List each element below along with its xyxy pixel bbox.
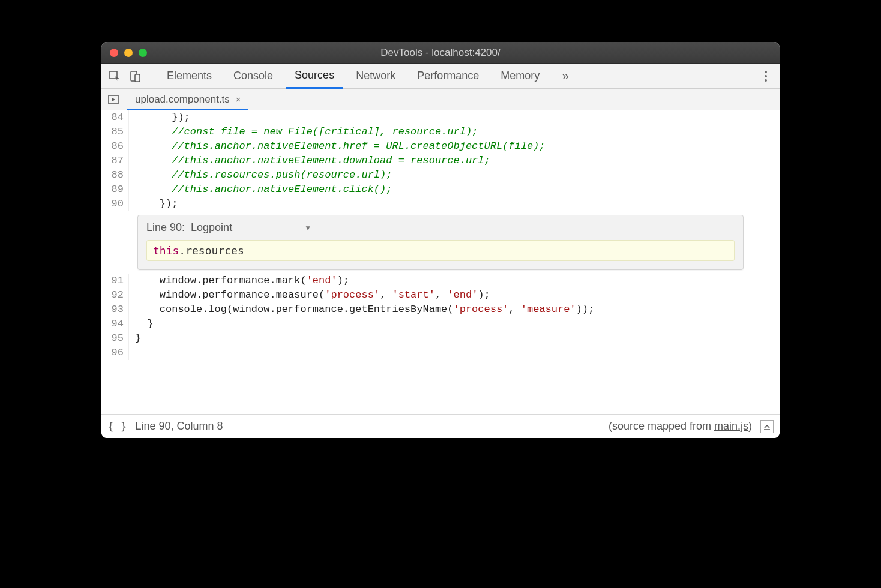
svg-rect-2 xyxy=(135,74,140,82)
line-number[interactable]: 90 xyxy=(101,197,129,211)
code-content[interactable]: window.performance.mark('end'); xyxy=(129,274,780,288)
pretty-print-icon[interactable]: { } xyxy=(107,420,127,433)
line-number[interactable]: 88 xyxy=(101,168,129,182)
code-content[interactable]: //this.anchor.nativeElement.href = URL.c… xyxy=(129,139,780,154)
tab-sources[interactable]: Sources xyxy=(286,64,343,89)
code-editor[interactable]: 84 });85 //const file = new File([critic… xyxy=(101,110,780,414)
panel-tabs: ElementsConsoleSourcesNetworkPerformance… xyxy=(158,64,548,89)
close-window-button[interactable] xyxy=(110,49,118,57)
code-content[interactable]: window.performance.measure('process', 's… xyxy=(129,288,780,302)
titlebar: DevTools - localhost:4200/ xyxy=(101,42,780,64)
code-line[interactable]: 95} xyxy=(101,331,780,346)
code-content[interactable]: }); xyxy=(129,110,780,125)
devtools-window: DevTools - localhost:4200/ ElementsConso… xyxy=(101,42,780,438)
logpoint-line-label: Line 90: xyxy=(146,221,185,234)
line-number[interactable]: 89 xyxy=(101,182,129,197)
cursor-position: Line 90, Column 8 xyxy=(136,420,223,433)
code-content[interactable]: //const file = new File([critical], reso… xyxy=(129,125,780,139)
code-content[interactable]: console.log(window.performance.getEntrie… xyxy=(129,302,780,317)
toolbar-separator xyxy=(151,70,151,83)
minimize-window-button[interactable] xyxy=(124,49,133,57)
maximize-window-button[interactable] xyxy=(139,49,147,57)
line-number[interactable]: 85 xyxy=(101,125,129,139)
tab-elements[interactable]: Elements xyxy=(158,64,220,89)
svg-point-5 xyxy=(765,79,767,82)
traffic-lights xyxy=(110,49,147,57)
breakpoint-type-selector[interactable]: Logpoint▼ xyxy=(191,221,311,234)
code-content[interactable] xyxy=(129,346,780,360)
more-tabs-button[interactable]: » xyxy=(556,69,574,83)
file-tab-label: upload.component.ts xyxy=(135,94,230,106)
line-number[interactable]: 92 xyxy=(101,288,129,302)
line-number[interactable]: 96 xyxy=(101,346,129,360)
device-toolbar-icon[interactable] xyxy=(127,68,143,85)
code-line[interactable]: 87 //this.anchor.nativeElement.download … xyxy=(101,154,780,168)
svg-point-4 xyxy=(765,75,767,77)
line-number[interactable]: 86 xyxy=(101,139,129,154)
status-bar: { } Line 90, Column 8 (source mapped fro… xyxy=(101,414,780,438)
code-line[interactable]: 94 } xyxy=(101,317,780,331)
svg-point-3 xyxy=(765,71,767,73)
code-line[interactable]: 92 window.performance.measure('process',… xyxy=(101,288,780,302)
tab-performance[interactable]: Performance xyxy=(409,64,487,89)
breakpoint-type-label: Logpoint xyxy=(191,221,232,234)
code-line[interactable]: 86 //this.anchor.nativeElement.href = UR… xyxy=(101,139,780,154)
code-content[interactable]: //this.resources.push(resource.url); xyxy=(129,168,780,182)
line-number[interactable]: 93 xyxy=(101,302,129,317)
line-number[interactable]: 91 xyxy=(101,274,129,288)
line-number[interactable]: 94 xyxy=(101,317,129,331)
logpoint-panel: Line 90:Logpoint▼this.resources xyxy=(137,215,744,270)
code-line[interactable]: 84 }); xyxy=(101,110,780,125)
code-content[interactable]: } xyxy=(129,331,780,346)
tab-network[interactable]: Network xyxy=(347,64,404,89)
line-number[interactable]: 95 xyxy=(101,331,129,346)
close-file-tab-icon[interactable]: × xyxy=(236,94,241,104)
source-mapped-label: (source mapped from main.js) xyxy=(609,420,752,433)
code-content[interactable]: //this.anchor.nativeElement.click(); xyxy=(129,182,780,197)
code-content[interactable]: } xyxy=(129,317,780,331)
code-line[interactable]: 91 window.performance.mark('end'); xyxy=(101,274,780,288)
line-number[interactable]: 84 xyxy=(101,110,129,125)
code-line[interactable]: 96 xyxy=(101,346,780,360)
main-toolbar: ElementsConsoleSourcesNetworkPerformance… xyxy=(101,64,780,89)
code-line[interactable]: 90 }); xyxy=(101,197,780,211)
code-line[interactable]: 88 //this.resources.push(resource.url); xyxy=(101,168,780,182)
chevron-down-icon: ▼ xyxy=(304,224,311,232)
code-content[interactable]: }); xyxy=(129,197,780,211)
file-tab-upload-component[interactable]: upload.component.ts × xyxy=(127,89,248,110)
inspect-element-icon[interactable] xyxy=(106,68,123,85)
tab-console[interactable]: Console xyxy=(225,64,281,89)
code-line[interactable]: 89 //this.anchor.nativeElement.click(); xyxy=(101,182,780,197)
code-content[interactable]: //this.anchor.nativeElement.download = r… xyxy=(129,154,780,168)
logpoint-expression-input[interactable]: this.resources xyxy=(146,240,735,261)
show-drawer-icon[interactable] xyxy=(760,420,774,433)
file-tab-bar: upload.component.ts × xyxy=(101,89,780,110)
source-map-link[interactable]: main.js xyxy=(714,420,748,432)
code-line[interactable]: 93 console.log(window.performance.getEnt… xyxy=(101,302,780,317)
line-number[interactable]: 87 xyxy=(101,154,129,168)
show-navigator-icon[interactable] xyxy=(105,91,122,108)
tab-memory[interactable]: Memory xyxy=(492,64,548,89)
window-title: DevTools - localhost:4200/ xyxy=(101,47,780,59)
code-line[interactable]: 85 //const file = new File([critical], r… xyxy=(101,125,780,139)
settings-menu-button[interactable] xyxy=(757,67,775,85)
